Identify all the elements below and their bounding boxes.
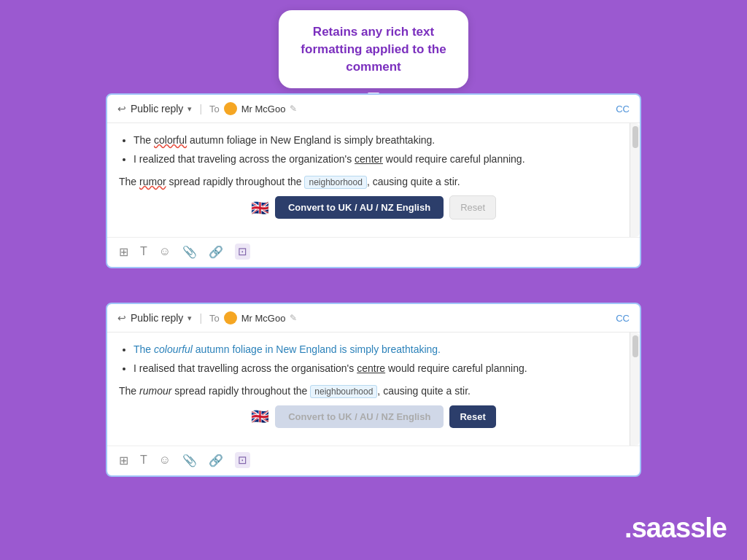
reply-toolbar-2: ⊞ T ☺ 📎 🔗 ⊡ [107, 446, 640, 475]
colourful-text: colourful [154, 343, 193, 355]
cc-link-1[interactable]: CC [616, 104, 630, 114]
to-label-2: To [209, 313, 220, 324]
plugin-icon-1[interactable]: ⊡ [235, 244, 250, 260]
back-icon-2: ↩ [117, 312, 126, 324]
back-icon-1: ↩ [117, 103, 126, 114]
scrollbar-thumb-1 [632, 126, 638, 148]
cc-link-2[interactable]: CC [616, 313, 630, 324]
bullet1-2: The colourful autumn foliage in New Engl… [133, 341, 628, 357]
reply-header-1: ↩ Public reply ▾ | To Mr McGoo ✎ CC [107, 95, 640, 123]
divider-1: | [199, 103, 202, 114]
recipient-1: Mr McGoo [241, 104, 286, 114]
reset-button-1: Reset [449, 195, 496, 219]
reply-box-1: ↩ Public reply ▾ | To Mr McGoo ✎ CC The … [106, 93, 641, 268]
uk-flag-2: 🇬🇧 [251, 405, 269, 428]
bullet2-2: I realised that travelling across the or… [133, 360, 628, 376]
colorful-spelled: colorful [154, 134, 187, 146]
prose-2: The rumour spread rapidly throughout the… [119, 383, 628, 399]
convert-button-1[interactable]: Convert to UK / AU / NZ English [275, 196, 444, 219]
reply-header-2: ↩ Public reply ▾ | To Mr McGoo ✎ CC [107, 304, 640, 332]
attach-icon-1[interactable]: 📎 [182, 245, 197, 259]
neighborhood-highlight: neighborhood [304, 176, 366, 189]
neighbourhood-highlight: neighbourhood [310, 385, 377, 398]
divider-2: | [199, 312, 202, 324]
prose-1: The rumor spread rapidly throughout the … [119, 174, 628, 190]
uk-flag-1: 🇬🇧 [251, 196, 269, 219]
emoji-icon-1[interactable]: ☺ [159, 245, 171, 258]
reply-label-2[interactable]: Public reply [131, 312, 183, 324]
bullet1-1: The colorful autumn foliage in New Engla… [133, 132, 628, 148]
format-icon-1[interactable]: ⊞ [119, 245, 128, 259]
avatar-2 [224, 311, 237, 324]
reply-label-1[interactable]: Public reply [131, 103, 183, 114]
edit-icon-2[interactable]: ✎ [290, 313, 297, 323]
chevron-icon-1[interactable]: ▾ [187, 104, 192, 114]
chevron-icon-2[interactable]: ▾ [187, 314, 192, 323]
convert-button-2: Convert to UK / AU / NZ English [275, 405, 444, 428]
reply-content-2[interactable]: The colourful autumn foliage in New Engl… [107, 332, 640, 446]
logo-dot: .saassle [624, 513, 727, 543]
center-underline: center [355, 153, 383, 165]
link-icon-2[interactable]: 🔗 [209, 454, 223, 467]
rumor-spelled: rumor [139, 176, 166, 187]
link-icon-1[interactable]: 🔗 [209, 245, 223, 259]
bullet2-1: I realized that traveling across the org… [133, 151, 628, 167]
rumour-italic: rumour [139, 385, 171, 397]
bullet1-pre-2: The [133, 343, 154, 355]
edit-icon-1[interactable]: ✎ [290, 104, 297, 114]
scrollbar-thumb-2 [632, 335, 638, 357]
reply-content-1[interactable]: The colorful autumn foliage in New Engla… [107, 123, 640, 237]
content-wrap-2: The colourful autumn foliage in New Engl… [107, 332, 640, 446]
saassle-logo: .saassle [624, 513, 727, 544]
reply-header-left-2: ↩ Public reply ▾ | To Mr McGoo ✎ [117, 311, 297, 324]
convert-area-2: 🇬🇧 Convert to UK / AU / NZ English Reset [119, 399, 628, 438]
reset-button-2[interactable]: Reset [449, 405, 495, 428]
text-icon-2[interactable]: T [140, 454, 147, 467]
reply-header-left-1: ↩ Public reply ▾ | To Mr McGoo ✎ [117, 102, 297, 115]
scrollbar-1[interactable] [630, 123, 640, 237]
text-icon-1[interactable]: T [140, 245, 147, 258]
scrollbar-2[interactable] [630, 332, 640, 446]
plugin-icon-2[interactable]: ⊡ [235, 452, 250, 468]
emoji-icon-2[interactable]: ☺ [159, 454, 171, 467]
reply-box-2: ↩ Public reply ▾ | To Mr McGoo ✎ CC The … [106, 303, 641, 477]
avatar-1 [224, 102, 237, 115]
centre-underline: centre [357, 362, 385, 374]
content-wrap-1: The colorful autumn foliage in New Engla… [107, 123, 640, 237]
recipient-2: Mr McGoo [241, 313, 286, 324]
convert-area-1: 🇬🇧 Convert to UK / AU / NZ English Reset [119, 190, 628, 230]
bullet1-post-2: autumn foliage in New England is simply … [193, 343, 441, 355]
attach-icon-2[interactable]: 📎 [182, 454, 197, 467]
format-icon-2[interactable]: ⊞ [119, 454, 128, 467]
reply-toolbar-1: ⊞ T ☺ 📎 🔗 ⊡ [107, 237, 640, 267]
to-label-1: To [209, 104, 220, 114]
tooltip-bubble: Retains any rich text formatting applied… [279, 10, 468, 88]
tooltip-text: Retains any rich text formatting applied… [301, 25, 446, 74]
